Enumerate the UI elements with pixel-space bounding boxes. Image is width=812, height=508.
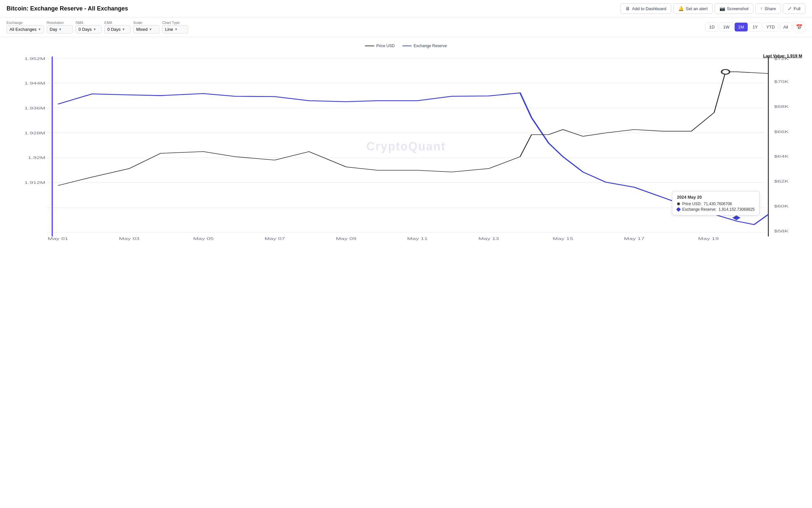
legend-reserve: Exchange Reserve [402, 44, 447, 48]
svg-text:May 15: May 15 [553, 237, 573, 241]
exchange-label: Exchange [7, 20, 44, 25]
page-header: Bitcoin: Exchange Reserve - All Exchange… [0, 0, 812, 17]
svg-text:1.944M: 1.944M [24, 81, 45, 85]
svg-text:1.952M: 1.952M [24, 57, 45, 60]
tooltip-date: 2024 May 20 [677, 195, 755, 200]
header-actions: 🖥 Add to Dashboard 🔔 Set an alert 📷 Scre… [620, 3, 805, 14]
scale-arrow-icon: ▼ [149, 28, 152, 31]
reserve-line-indicator [402, 46, 412, 46]
scale-label: Scale [133, 20, 159, 25]
calendar-button[interactable]: 📅 [793, 22, 805, 32]
resolution-label: Resolution [47, 20, 73, 25]
sma-control: SMA 0 Days ▼ [75, 20, 102, 33]
time-btn-1m[interactable]: 1M [735, 23, 748, 32]
sma-arrow-icon: ▼ [93, 28, 96, 31]
fullscreen-button[interactable]: ⤢ Full [783, 3, 805, 14]
tooltip-reserve-dot [676, 207, 681, 212]
page-title: Bitcoin: Exchange Reserve - All Exchange… [7, 5, 128, 12]
chart-legend: Price USD Exchange Reserve [7, 44, 805, 48]
controls-left: Exchange All Exchanges ▼ Resolution Day … [7, 20, 188, 33]
svg-text:May 03: May 03 [119, 237, 140, 241]
time-btn-ytd[interactable]: YTD [763, 23, 778, 32]
bell-icon: 🔔 [678, 6, 684, 11]
svg-text:$58K: $58K [774, 229, 789, 233]
sma-select[interactable]: 0 Days ▼ [75, 25, 102, 33]
svg-text:1.928M: 1.928M [24, 131, 45, 135]
expand-icon: ⤢ [788, 6, 792, 11]
screenshot-button[interactable]: 📷 Screenshot [715, 3, 754, 14]
svg-text:$72K: $72K [774, 57, 789, 60]
price-cursor-dot [722, 70, 729, 74]
ema-select[interactable]: 0 Days ▼ [104, 25, 130, 33]
svg-text:$70K: $70K [774, 80, 789, 84]
svg-text:$62K: $62K [774, 179, 789, 183]
svg-text:$68K: $68K [774, 104, 789, 109]
chart-svg-wrapper: CryptoQuant 1.952M 1.944M 1.936M 1.928M … [7, 51, 805, 242]
ema-arrow-icon: ▼ [122, 28, 125, 31]
ema-control: EMA 0 Days ▼ [104, 20, 130, 33]
dashboard-icon: 🖥 [625, 6, 630, 11]
chart-container: Price USD Exchange Reserve Last Value: 1… [0, 37, 812, 266]
tooltip-price-row: Price USD: 71,430.7606706 [677, 202, 755, 206]
time-btn-1y[interactable]: 1Y [749, 23, 762, 32]
camera-icon: 📷 [720, 6, 725, 11]
sma-label: SMA [75, 20, 102, 25]
svg-text:$64K: $64K [774, 154, 789, 158]
chart-type-control: Chart Type Line ▼ [162, 20, 188, 33]
svg-text:May 01: May 01 [47, 237, 68, 241]
exchange-reserve-line [58, 93, 768, 224]
svg-text:1.936M: 1.936M [24, 106, 45, 110]
time-controls: 1D 1W 1M 1Y YTD All 📅 [705, 22, 805, 32]
chart-type-select[interactable]: Line ▼ [162, 25, 188, 33]
svg-text:May 07: May 07 [264, 237, 285, 241]
svg-text:1.92M: 1.92M [28, 156, 45, 160]
resolution-control: Resolution Day ▼ [47, 20, 73, 33]
resolution-select[interactable]: Day ▼ [47, 25, 73, 33]
svg-text:$60K: $60K [774, 204, 789, 208]
exchange-arrow-icon: ▼ [38, 28, 41, 31]
legend-price: Price USD [365, 44, 395, 48]
svg-text:1.912M: 1.912M [24, 180, 45, 184]
controls-bar: Exchange All Exchanges ▼ Resolution Day … [0, 17, 812, 37]
chart-type-arrow-icon: ▼ [174, 28, 178, 31]
svg-text:May 09: May 09 [336, 237, 357, 241]
scale-select[interactable]: Mixed ▼ [133, 25, 159, 33]
set-alert-button[interactable]: 🔔 Set an alert [673, 3, 713, 14]
svg-text:May 19: May 19 [698, 237, 719, 241]
reserve-cursor-dot [732, 215, 740, 220]
price-usd-line [58, 72, 768, 185]
share-icon: ↑ [760, 6, 763, 11]
share-button[interactable]: ↑ Share [755, 3, 781, 14]
price-line-indicator [365, 46, 374, 46]
svg-text:May 13: May 13 [479, 237, 499, 241]
svg-text:May 05: May 05 [193, 237, 214, 241]
ema-label: EMA [104, 20, 130, 25]
scale-control: Scale Mixed ▼ [133, 20, 159, 33]
add-dashboard-button[interactable]: 🖥 Add to Dashboard [620, 3, 671, 14]
tooltip-reserve-row: Exchange Reserve: 1,914,152.73069825 [677, 207, 755, 212]
time-btn-1d[interactable]: 1D [705, 23, 718, 32]
time-btn-1w[interactable]: 1W [720, 23, 733, 32]
chart-tooltip: 2024 May 20 Price USD: 71,430.7606706 Ex… [672, 191, 760, 215]
svg-text:May 17: May 17 [624, 237, 645, 241]
chart-type-label: Chart Type [162, 20, 188, 25]
time-btn-all[interactable]: All [780, 23, 792, 32]
exchange-control: Exchange All Exchanges ▼ [7, 20, 44, 33]
resolution-arrow-icon: ▼ [58, 28, 62, 31]
svg-text:May 11: May 11 [407, 237, 428, 241]
exchange-select[interactable]: All Exchanges ▼ [7, 25, 44, 33]
svg-text:$66K: $66K [774, 129, 789, 133]
tooltip-price-dot [677, 202, 680, 206]
